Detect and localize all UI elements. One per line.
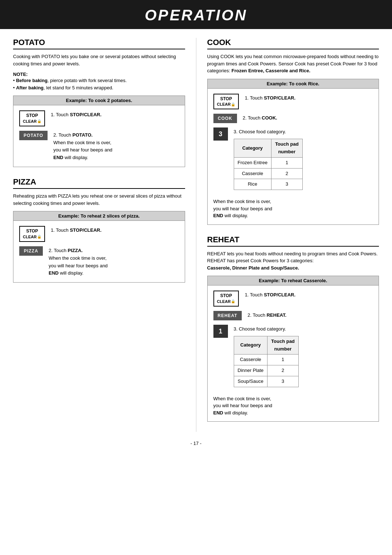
clear-label-reheat: CLEAR🔒 <box>217 299 236 304</box>
clear-label-pizza: CLEAR🔒 <box>23 234 41 239</box>
reheat-title: Reheat <box>207 235 379 247</box>
cook-example-header: Example: To cook Rice. <box>208 79 379 89</box>
table-row: Casserole 1 <box>234 355 298 365</box>
table-row: Casserole 2 <box>234 168 302 179</box>
page: OPERATION POTATO Cooking with POTATO let… <box>0 0 392 555</box>
reheat-cat-2: Dinner Plate <box>234 365 268 376</box>
clear-label: CLEAR🔒 <box>23 119 41 124</box>
cook-number-3: 3 <box>213 127 228 141</box>
reheat-example-body: STOP CLEAR🔒 1. Touch STOP/CLEAR. REHEAT <box>208 285 379 421</box>
reheat-table-col2: Touch padnumber <box>268 336 299 355</box>
reheat-button[interactable]: REHEAT <box>213 311 242 320</box>
stop-clear-button-cook[interactable]: STOP CLEAR🔒 <box>213 94 239 110</box>
note-item-1: • Before baking, pierce potato with fork… <box>13 78 127 83</box>
pizza-step-1: STOP CLEAR🔒 1. Touch STOP/CLEAR. <box>19 226 179 242</box>
stop-clear-button-potato-1[interactable]: STOP CLEAR🔒 <box>19 110 45 126</box>
pizza-step-2-text: 2. Touch PIZZA. When the cook time is ov… <box>49 246 108 277</box>
cook-num-2: 2 <box>271 168 302 179</box>
cook-num-1: 1 <box>271 157 302 168</box>
potato-button[interactable]: POTATO <box>19 131 48 140</box>
cook-cat-2: Casserole <box>234 168 271 179</box>
reheat-example-box: Example: To reheat Casserole. STOP CLEAR… <box>207 276 379 422</box>
cook-desc: Using COOK lets you heat common microwav… <box>207 53 379 74</box>
cook-step-3: 3 3. Choose food category. Category Touc… <box>213 127 373 190</box>
cook-example-box: Example: To cook Rice. STOP CLEAR🔒 1. To… <box>207 79 379 225</box>
reheat-step-2: REHEAT 2. Touch REHEAT. <box>213 311 373 320</box>
table-row: Soup/Sauce 3 <box>234 376 298 387</box>
potato-step-2-text: 2. Touch POTATO. When the cook time is o… <box>53 131 113 162</box>
reheat-step-2-text: 2. Touch REHEAT. <box>248 311 286 319</box>
cook-step-1: STOP CLEAR🔒 1. Touch STOP/CLEAR. <box>213 94 373 110</box>
page-header: OPERATION <box>0 0 392 29</box>
stop-label-pizza: STOP <box>23 228 41 234</box>
lock-icon-reheat: 🔒 <box>231 299 235 304</box>
reheat-step-1: STOP CLEAR🔒 1. Touch STOP/CLEAR. <box>213 291 373 307</box>
pizza-button[interactable]: PIZZA <box>19 246 43 256</box>
potato-section: POTATO Cooking with POTATO lets you bake… <box>13 38 185 167</box>
reheat-num-2: 2 <box>268 365 299 376</box>
reheat-category-table: Category Touch padnumber Casserole 1 Din… <box>234 336 299 387</box>
potato-desc: Cooking with POTATO lets you bake one or… <box>13 53 185 67</box>
pizza-example-header: Example: To reheat 2 slices of pizza. <box>13 211 185 221</box>
pizza-btn-label: PIZZA <box>19 246 43 256</box>
cook-table-col2: Touch padnumber <box>271 139 302 158</box>
stop-clear-button-reheat[interactable]: STOP CLEAR🔒 <box>213 291 239 307</box>
cook-cat-1: Frozen Entree <box>234 157 271 168</box>
stop-label: STOP <box>23 113 41 119</box>
pizza-desc: Reheating pizza with PIZZA lets you rehe… <box>13 193 185 207</box>
pizza-title: PIZZA <box>13 177 185 189</box>
reheat-cat-1: Casserole <box>234 355 268 365</box>
reheat-number-1: 1 <box>213 325 228 338</box>
cook-step-2: COOK 2. Touch COOK. <box>213 114 373 123</box>
lock-icon: 🔒 <box>37 119 41 123</box>
note-label: NOTE: <box>13 72 28 77</box>
lock-icon-cook: 🔒 <box>231 102 235 107</box>
cook-section: Cook Using COOK lets you heat common mic… <box>207 38 379 225</box>
stop-clear-button-pizza[interactable]: STOP CLEAR🔒 <box>19 226 45 242</box>
reheat-example-header: Example: To reheat Casserole. <box>208 276 379 285</box>
potato-btn-label: POTATO <box>19 131 48 140</box>
cook-category-table: Category Touch padnumber Frozen Entree 1… <box>234 139 303 190</box>
potato-example-body: STOP CLEAR🔒 1. Touch STOP/CLEAR. POTATO <box>13 105 185 167</box>
reheat-table-col1: Category <box>234 336 268 355</box>
reheat-btn-label: REHEAT <box>213 311 242 320</box>
clear-label-cook: CLEAR🔒 <box>217 102 236 107</box>
reheat-num-3: 3 <box>268 376 299 387</box>
note-item-2: • After baking, let stand for 5 minutes … <box>13 85 113 90</box>
potato-step-2: POTATO 2. Touch POTATO. When the cook ti… <box>19 131 179 162</box>
stop-label-cook: STOP <box>217 96 236 102</box>
cook-num-3: 3 <box>271 179 302 190</box>
potato-step-1-text: 1. Touch STOP/CLEAR. <box>51 110 102 119</box>
reheat-end-note: When the cook time is over, you will hea… <box>213 395 373 417</box>
cook-step-3-text: 3. Choose food category. Category Touch … <box>234 127 303 190</box>
content-columns: POTATO Cooking with POTATO lets you bake… <box>0 38 392 432</box>
pizza-example-box: Example: To reheat 2 slices of pizza. ST… <box>13 211 185 283</box>
page-number: - 17 - <box>0 441 392 446</box>
cook-number-button: 3 <box>213 127 228 141</box>
reheat-step-3-text: 3. Choose food category. Category Touch … <box>234 325 299 387</box>
potato-step-1: STOP CLEAR🔒 1. Touch STOP/CLEAR. <box>19 110 179 126</box>
lock-icon-pizza: 🔒 <box>37 234 41 239</box>
cook-end-note: When the cook time is over, you will hea… <box>213 198 373 219</box>
pizza-step-1-text: 1. Touch STOP/CLEAR. <box>51 226 102 234</box>
cook-cat-3: Rice <box>234 179 271 190</box>
pizza-section: PIZZA Reheating pizza with PIZZA lets yo… <box>13 177 185 283</box>
table-row: Dinner Plate 2 <box>234 365 298 376</box>
cook-step-1-text: 1. Touch STOP/CLEAR. <box>245 94 295 102</box>
cook-step-2-text: 2. Touch COOK. <box>243 114 277 122</box>
reheat-number-button: 1 <box>213 325 228 338</box>
cook-table-col1: Category <box>234 139 271 158</box>
cook-example-body: STOP CLEAR🔒 1. Touch STOP/CLEAR. COOK <box>208 89 379 224</box>
potato-example-header: Example: To cook 2 potatoes. <box>13 96 185 105</box>
table-row: Frozen Entree 1 <box>234 157 302 168</box>
pizza-step-2: PIZZA 2. Touch PIZZA. When the cook time… <box>19 246 179 277</box>
cook-btn-label: COOK <box>213 114 237 123</box>
cook-button[interactable]: COOK <box>213 114 237 123</box>
potato-example-box: Example: To cook 2 potatoes. STOP CLEAR🔒… <box>13 96 185 167</box>
potato-note: NOTE: • Before baking, pierce potato wit… <box>13 72 185 91</box>
potato-title: POTATO <box>13 38 185 49</box>
reheat-num-1: 1 <box>268 355 299 365</box>
stop-label-reheat: STOP <box>217 293 236 299</box>
reheat-step-1-text: 1. Touch STOP/CLEAR. <box>245 291 295 299</box>
cook-title: Cook <box>207 38 379 49</box>
